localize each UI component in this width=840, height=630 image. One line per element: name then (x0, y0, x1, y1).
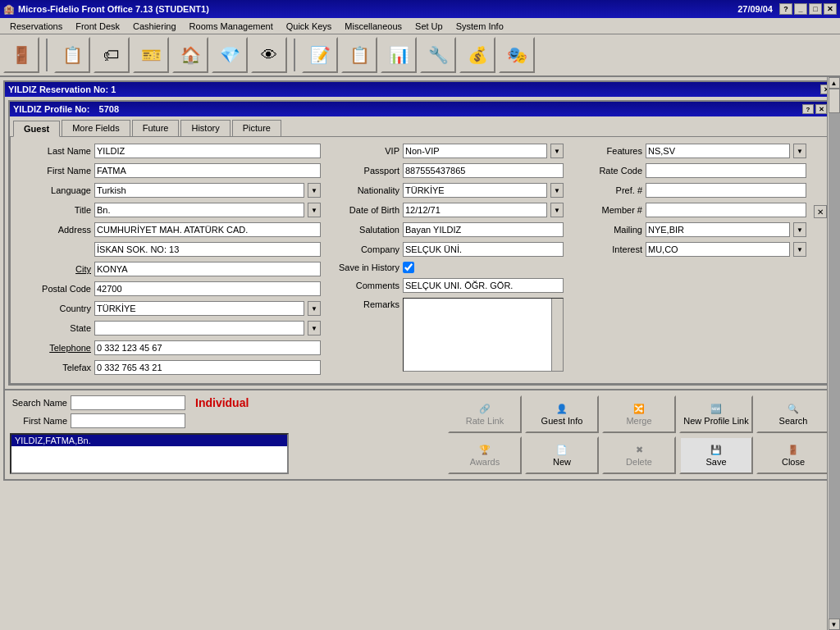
new-profile-link-icon: 🆕 (710, 404, 722, 414)
language-dropdown[interactable]: ▼ (308, 183, 321, 198)
remarks-scrollbar[interactable] (551, 299, 563, 371)
input-vip[interactable] (403, 144, 547, 158)
toolbar-currency[interactable]: 💰 (459, 37, 495, 73)
input-telefax[interactable] (94, 360, 321, 375)
input-postal-code[interactable] (94, 281, 321, 296)
tab-history[interactable]: History (180, 120, 230, 136)
menu-cashiering[interactable]: Cashiering (126, 20, 183, 33)
minimize-button[interactable]: _ (794, 3, 807, 15)
remarks-area[interactable] (403, 298, 564, 372)
input-city[interactable] (94, 262, 321, 276)
maximize-button[interactable]: □ (809, 3, 822, 15)
merge-button[interactable]: 🔀 Merge (602, 395, 676, 433)
checkbox-save-history[interactable] (403, 262, 414, 273)
search-icon: 🔍 (788, 404, 799, 414)
toolbar-view[interactable]: 👁 (251, 37, 287, 73)
input-nationality[interactable] (403, 183, 547, 198)
toolbar-sep2 (294, 39, 295, 71)
label-salutation: Salutation (334, 225, 399, 235)
menu-front-desk[interactable]: Front Desk (69, 20, 126, 33)
close-button[interactable]: 🚪 Close (756, 436, 830, 474)
toolbar-rooms[interactable]: 🏠 (172, 37, 208, 73)
scroll-thumb[interactable] (829, 89, 840, 113)
guest-info-icon: 👤 (556, 404, 568, 414)
search-results-list[interactable]: YILDIZ,FATMA,Bn. (10, 433, 289, 474)
row-company: Company (334, 242, 564, 257)
country-dropdown[interactable]: ▼ (308, 301, 321, 316)
input-first-name[interactable] (94, 163, 321, 178)
mailing-dropdown[interactable]: ▼ (793, 222, 806, 237)
nationality-dropdown[interactable]: ▼ (550, 183, 564, 198)
input-comments[interactable] (403, 278, 564, 293)
input-country[interactable] (94, 301, 304, 316)
awards-button[interactable]: 🏆 Awards (448, 436, 522, 474)
tab-more-fields[interactable]: More Fields (62, 120, 130, 136)
input-member-no[interactable] (646, 203, 806, 217)
input-last-name[interactable] (94, 144, 321, 158)
tab-picture[interactable]: Picture (232, 120, 281, 136)
input-interest[interactable] (646, 242, 790, 257)
new-button[interactable]: 📄 New (525, 436, 599, 474)
input-telephone[interactable] (94, 340, 321, 355)
delete-button[interactable]: ✖ Delete (602, 436, 676, 474)
features-dropdown[interactable]: ▼ (793, 144, 806, 158)
toolbar-cashiering[interactable]: 🎫 (133, 37, 169, 73)
menu-reservations[interactable]: Reservations (3, 20, 69, 33)
input-address[interactable] (94, 222, 321, 237)
search-button[interactable]: 🔍 Search (756, 395, 830, 433)
profile-help-button[interactable]: ? (802, 104, 814, 114)
toolbar-reservations[interactable]: 📋 (54, 37, 90, 73)
toolbar-misc[interactable]: 💎 (212, 37, 248, 73)
row-title: Title ▼ (17, 203, 321, 217)
input-title[interactable] (94, 203, 304, 217)
row-member-no: Member # (577, 203, 806, 217)
input-company[interactable] (403, 242, 564, 257)
menu-quick-keys[interactable]: Quick Keys (280, 20, 339, 33)
interest-dropdown[interactable]: ▼ (793, 242, 806, 257)
guest-info-button[interactable]: 👤 Guest Info (525, 395, 599, 433)
menu-system-info[interactable]: System Info (450, 20, 510, 33)
input-rate-code[interactable] (646, 163, 806, 178)
search-name-input[interactable] (71, 395, 185, 410)
title-dropdown[interactable]: ▼ (308, 203, 321, 217)
input-pref-no[interactable] (646, 183, 806, 198)
input-mailing[interactable] (646, 222, 790, 237)
save-button[interactable]: 💾 Save (679, 436, 753, 474)
toolbar-reports[interactable]: 📊 (381, 37, 417, 73)
toolbar-checkin[interactable]: 📋 (341, 37, 377, 73)
toolbar-frontdesk[interactable]: 🏷 (94, 37, 130, 73)
toolbar-settings[interactable]: 🔧 (420, 37, 456, 73)
side-close-button[interactable]: ✕ (814, 205, 827, 218)
input-features[interactable] (646, 144, 790, 158)
input-language[interactable] (94, 183, 304, 198)
tab-guest[interactable]: Guest (13, 121, 60, 137)
scroll-up-arrow[interactable]: ▲ (829, 77, 840, 89)
input-salutation[interactable] (403, 222, 564, 237)
toolbar-theatre[interactable]: 🎭 (499, 37, 535, 73)
scroll-down-arrow[interactable]: ▼ (829, 619, 840, 630)
rate-link-button[interactable]: 🔗 Rate Link (448, 395, 522, 433)
toolbar-exit[interactable]: 🚪 (3, 37, 39, 73)
new-profile-link-button[interactable]: 🆕 New Profile Link (679, 395, 753, 433)
input-passport[interactable] (403, 163, 564, 178)
row-save-history: Save in History (334, 262, 564, 273)
toolbar-edit[interactable]: 📝 (302, 37, 338, 73)
list-item[interactable]: YILDIZ,FATMA,Bn. (11, 435, 287, 446)
search-firstname-input[interactable] (71, 413, 185, 428)
vip-dropdown[interactable]: ▼ (550, 144, 564, 158)
scroll-track (829, 89, 840, 619)
profile-window: YILDIZ Profile No: 5708 ? ✕ Guest More F… (8, 100, 832, 386)
input-dob[interactable] (403, 203, 547, 217)
profile-close-button[interactable]: ✕ (815, 104, 827, 114)
menu-setup[interactable]: Set Up (409, 20, 450, 33)
help-button[interactable]: ? (779, 3, 792, 15)
dob-dropdown[interactable]: ▼ (550, 203, 564, 217)
tab-future[interactable]: Future (132, 120, 180, 136)
menu-rooms-management[interactable]: Rooms Management (183, 20, 280, 33)
input-state[interactable] (94, 321, 304, 336)
state-dropdown[interactable]: ▼ (308, 321, 321, 336)
menu-miscellaneous[interactable]: Miscellaneous (338, 20, 409, 33)
close-button[interactable]: ✕ (824, 3, 837, 15)
search-firstname-row: First Name (10, 413, 435, 428)
input-address2[interactable] (94, 242, 321, 257)
